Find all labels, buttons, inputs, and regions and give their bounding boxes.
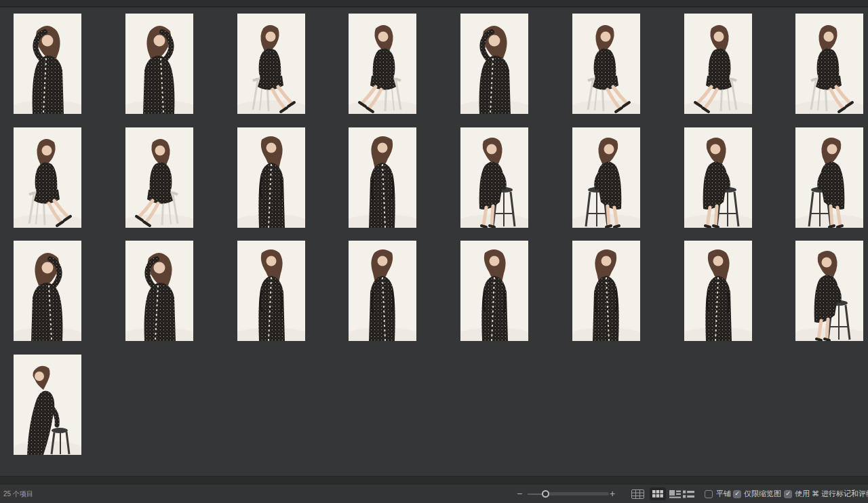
- photo-thumbnail[interactable]: [14, 241, 81, 341]
- model-photo-illustration: [684, 14, 752, 114]
- thumbnails-only-checkbox-label[interactable]: 仅限缩览图: [744, 485, 781, 503]
- photo-thumbnail[interactable]: [237, 127, 305, 228]
- grid-lines-button[interactable]: [630, 485, 645, 503]
- model-photo-illustration: [795, 127, 863, 228]
- photo-thumbnail[interactable]: [349, 241, 416, 341]
- model-photo-illustration: [237, 127, 305, 228]
- thumbnails-only-checkbox[interactable]: ✓: [733, 490, 741, 498]
- model-photo-illustration: [572, 14, 640, 114]
- thumbnail-grid-icon: [652, 490, 663, 498]
- check-icon: ✓: [734, 491, 740, 497]
- photo-thumbnail[interactable]: [572, 241, 640, 341]
- item-count-label: 25 个项目: [3, 485, 33, 503]
- model-photo-illustration: [14, 355, 81, 455]
- model-photo-illustration: [460, 14, 528, 114]
- photo-thumbnail[interactable]: [684, 127, 752, 228]
- model-photo-illustration: [125, 14, 193, 114]
- photo-thumbnail[interactable]: [14, 14, 81, 114]
- model-photo-illustration: [795, 14, 863, 114]
- photo-thumbnail[interactable]: [349, 127, 416, 228]
- toolbar-divider: [0, 476, 868, 485]
- use-cmd-rating-checkbox[interactable]: ✓: [784, 490, 792, 498]
- zoom-out-button[interactable]: −: [515, 485, 524, 502]
- photo-thumbnail[interactable]: [125, 14, 193, 114]
- thumbnail-grid-view-button[interactable]: [650, 487, 666, 500]
- thumbnail-list-view-button[interactable]: [667, 485, 682, 503]
- model-photo-illustration: [349, 241, 416, 341]
- model-photo-illustration: [237, 14, 305, 114]
- model-photo-illustration: [237, 241, 305, 341]
- photo-thumbnail[interactable]: [14, 355, 81, 455]
- photo-thumbnail[interactable]: [237, 14, 305, 114]
- model-photo-illustration: [684, 241, 752, 341]
- model-photo-illustration: [572, 241, 640, 341]
- photo-thumbnail[interactable]: [460, 127, 528, 228]
- detail-list-view-button[interactable]: [681, 485, 696, 503]
- model-photo-illustration: [14, 127, 81, 228]
- model-photo-illustration: [795, 241, 863, 341]
- photo-thumbnail[interactable]: [795, 241, 863, 341]
- photo-thumbnail[interactable]: [125, 241, 193, 341]
- tile-checkbox[interactable]: ✓: [705, 490, 713, 498]
- model-photo-illustration: [125, 127, 193, 228]
- model-photo-illustration: [349, 127, 416, 228]
- zoom-slider-track[interactable]: [546, 492, 609, 496]
- photo-thumbnail[interactable]: [237, 241, 305, 341]
- use-cmd-rating-checkbox-label[interactable]: 使用 ⌘ 进行标记和评级: [795, 485, 868, 503]
- photo-thumbnail[interactable]: [460, 14, 528, 114]
- check-icon: ✓: [785, 491, 791, 497]
- photo-thumbnail[interactable]: [684, 241, 752, 341]
- model-photo-illustration: [14, 241, 81, 341]
- model-photo-illustration: [125, 241, 193, 341]
- model-photo-illustration: [572, 127, 640, 228]
- photo-thumbnail[interactable]: [14, 127, 81, 228]
- photo-grid: [14, 14, 864, 455]
- photo-thumbnail[interactable]: [572, 127, 640, 228]
- photo-browser-window: 25 个项目 − +: [0, 0, 868, 503]
- photo-thumbnail[interactable]: [460, 241, 528, 341]
- tile-checkbox-label[interactable]: 平铺: [716, 485, 731, 503]
- model-photo-illustration: [349, 14, 416, 114]
- status-toolbar: 25 个项目 − +: [0, 485, 868, 503]
- detail-list-icon: [683, 490, 694, 498]
- window-titlebar: [0, 0, 868, 7]
- model-photo-illustration: [14, 14, 81, 114]
- model-photo-illustration: [460, 127, 528, 228]
- photo-thumbnail[interactable]: [684, 14, 752, 114]
- zoom-slider-knob[interactable]: [542, 490, 549, 498]
- model-photo-illustration: [460, 241, 528, 341]
- thumbnail-list-icon: [669, 490, 681, 498]
- model-photo-illustration: [684, 127, 752, 228]
- photo-thumbnail[interactable]: [349, 14, 416, 114]
- grid-lines-icon: [631, 489, 644, 499]
- photo-thumbnail[interactable]: [795, 14, 863, 114]
- photo-thumbnail[interactable]: [125, 127, 193, 228]
- photo-thumbnail[interactable]: [795, 127, 863, 228]
- photo-thumbnail[interactable]: [572, 14, 640, 114]
- zoom-in-button[interactable]: +: [608, 485, 617, 502]
